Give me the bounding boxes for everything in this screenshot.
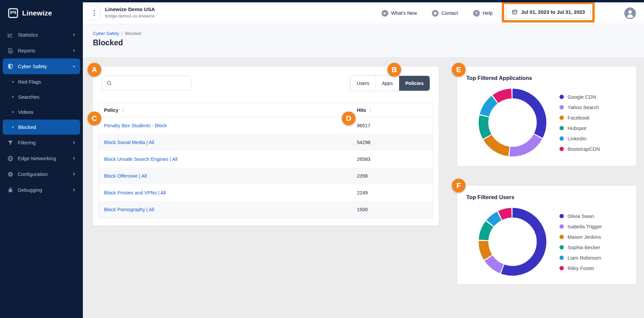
sidebar-item[interactable]: Searches [0,89,83,104]
sidebar-item-label: Cyber Safety [18,63,47,69]
policies-table: Policy Hits Penalty Box Students - Block… [98,103,433,218]
table-row: Block Offensive | All 2358 [99,168,433,184]
legend-label: Olivia Swan [568,213,594,219]
legend-dot-icon [559,214,564,218]
annotation-letter: C [92,114,97,123]
sidebar-item[interactable]: Statistics [0,27,83,43]
column-header-hits[interactable]: Hits [357,107,433,113]
legend-dot-icon [559,116,564,120]
breadcrumb-separator: / [121,31,123,36]
legend-item: Liam Robinson [559,254,602,261]
sidebar-item-icon [7,48,13,54]
annotation-badge: B [387,63,401,77]
tab[interactable]: Users [350,76,375,91]
sidebar-item-label: Searches [18,94,39,100]
sidebar-item[interactable]: Reports [0,43,83,58]
sidebar-item[interactable]: Edge Networking [0,150,83,166]
sidebar-item[interactable]: Videos [0,104,83,120]
annotation-letter: B [392,65,397,74]
breadcrumb-current: Blocked [125,31,141,36]
sidebar-item[interactable]: Cyber Safety [3,58,80,74]
annotation-letter: D [346,114,352,123]
sidebar-item-label: Blocked [18,124,36,130]
users-donut-chart [478,207,547,276]
table-row: Block Proxies and VPNs | All 2249 [99,184,433,201]
sidebar-nav: Statistics Reports Cyber Safety Red Fl [0,27,83,198]
legend-label: Google CDN [568,94,596,100]
hits-value: 54298 [357,140,433,145]
bullet-dot-icon [12,96,14,98]
header-link[interactable]: Contact [432,10,458,17]
policy-link[interactable]: Penalty Box Students - Block [104,123,167,128]
search-icon [106,80,112,86]
bullet-dot-icon [12,111,14,113]
search-input[interactable] [115,80,187,86]
legend-label: Liam Robinson [568,255,601,261]
chevron-icon [72,95,76,99]
policy-link[interactable]: Block Offensive | All [104,173,147,179]
policy-link[interactable]: Block Pornography | All [104,207,154,212]
column-header-policy[interactable]: Policy [99,107,357,113]
chart-title: Top Filtered Applications [466,75,532,81]
policy-cell: Block Pornography | All [99,207,357,212]
legend-item: Google CDN [559,93,600,100]
sidebar-item[interactable]: Red Flags [0,74,83,89]
sidebar-item-label: Filtering [18,140,36,145]
legend-item: Olivia Swan [559,213,602,220]
legend-label: Isabella Trigger [568,224,602,229]
tab-label: Users [357,81,369,86]
chevron-icon [72,80,76,84]
tab[interactable]: Apps [375,76,399,91]
header-link[interactable]: What's New [381,10,417,17]
chevron-icon [72,64,76,69]
date-range-label: Jul 01, 2023 to Jul 31, 2023 [521,9,585,15]
sidebar-item-label: Red Flags [18,79,41,85]
policy-link[interactable]: Block Unsafe Search Engines | All [104,156,177,162]
appliance-hostname: bridge.demo1-us.linewize [105,13,155,18]
sidebar-item-label: Statistics [18,32,38,38]
user-avatar[interactable] [624,7,636,19]
breadcrumb-parent-link[interactable]: Cyber Safety [93,31,119,36]
sidebar-item[interactable]: Configuration [0,166,83,182]
breadcrumb: Cyber Safety/Blocked [93,31,141,36]
sidebar-item[interactable]: Debugging [0,182,83,198]
legend-dot-icon [559,136,564,141]
legend-label: Facebook [568,115,590,121]
header-link-label: Contact [441,10,458,16]
school-name: Linewize Demo USA [105,6,155,12]
annotation-badge: E [452,63,466,77]
legend-label: BootstrapCDN [568,146,600,152]
legend-item: Hubspot [559,125,600,132]
legend-label: Hubspot [568,125,586,131]
sidebar-item-label: Configuration [18,171,48,177]
legend-dot-icon [559,126,564,130]
hits-value: 2249 [357,190,433,195]
annotation-badge: C [88,111,101,125]
sidebar-item-label: Edge Networking [18,155,56,161]
sidebar-item[interactable]: Filtering [0,135,83,150]
appliance-menu-button[interactable] [88,5,101,20]
policy-cell: Block Proxies and VPNs | All [99,190,357,195]
chevron-icon [72,140,76,145]
legend-dot-icon [559,235,564,239]
hits-value: 2358 [357,173,433,179]
legend-label: Sophia Becker [568,244,600,250]
legend-dot-icon [559,95,564,99]
table-row: Block Social Media | All 54298 [99,134,433,151]
column-label: Policy [104,107,118,113]
legend-dot-icon [559,256,564,260]
chevron-icon [72,110,76,114]
hits-value: 26583 [357,156,433,162]
hits-value: 96517 [357,123,433,128]
tab[interactable]: Policies [399,76,430,91]
policy-link[interactable]: Block Proxies and VPNs | All [104,190,166,195]
sidebar-item[interactable]: Blocked [3,120,80,135]
header-links: What's New Contact ? Help [381,2,493,24]
table-row: Block Unsafe Search Engines | All 26583 [99,151,433,168]
header-link[interactable]: ? Help [473,10,493,17]
bullet-dot-icon [12,126,14,128]
date-range-button[interactable]: Jul 01, 2023 to Jul 31, 2023 [506,5,591,19]
legend-label: Mason Jenkins [568,234,601,240]
policy-link[interactable]: Block Social Media | All [104,140,154,145]
legend-item: LinkedIn [559,135,600,142]
